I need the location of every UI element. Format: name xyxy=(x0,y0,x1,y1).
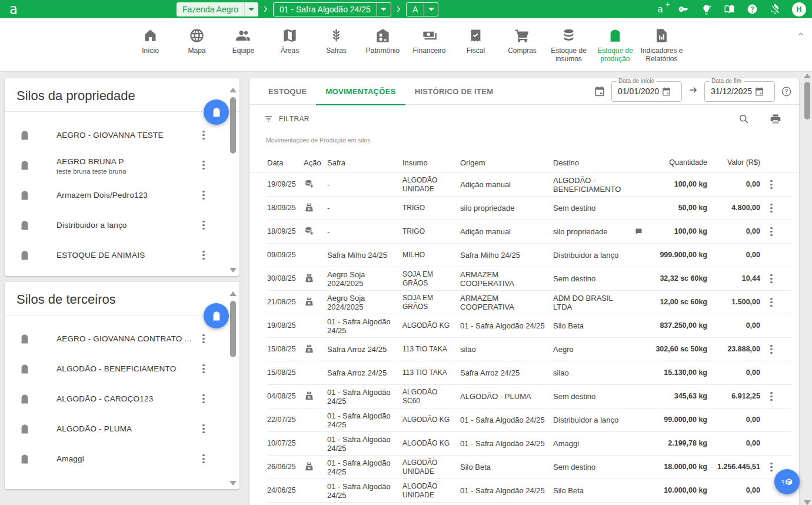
row-menu-button[interactable] xyxy=(766,343,777,356)
silo-menu-button[interactable] xyxy=(198,219,209,232)
cell-quantidade: 15.130,00 kg xyxy=(652,368,713,377)
table-row[interactable]: 26/06/25 01 - Safra Algodão 24/25 ALGODÃ… xyxy=(267,456,792,479)
note-icon[interactable] xyxy=(634,227,652,236)
page-scrollbar[interactable] xyxy=(804,74,811,505)
key-icon[interactable] xyxy=(677,4,689,15)
silo-list-item[interactable]: ALGODÃO - BENEFICIAMENTO xyxy=(5,354,239,384)
scroll-thumb[interactable] xyxy=(230,97,236,154)
row-menu-button[interactable] xyxy=(766,296,777,309)
scroll-down-icon[interactable] xyxy=(229,481,237,486)
sidebar-scrollbar[interactable] xyxy=(229,291,237,486)
scroll-up-icon[interactable] xyxy=(229,88,237,92)
scroll-up-icon[interactable] xyxy=(229,291,237,296)
table-row[interactable]: 09/09/25 Safra Milho 24/25 MILHO Safra M… xyxy=(267,244,792,267)
table-row[interactable]: 19/09/25 - ALGODÃO UNIDADE Adição manual… xyxy=(267,173,792,197)
silo-menu-button[interactable] xyxy=(198,249,209,262)
silo-list-item[interactable]: AEGRO BRUNA P teste bruna teste bruna xyxy=(5,150,239,180)
scroll-thumb[interactable] xyxy=(230,301,236,357)
referral-icon[interactable]: a+ xyxy=(654,4,666,15)
table-row[interactable]: 15/08/25 Safra Arroz 24/25 113 TIO TAKA … xyxy=(267,338,792,361)
chevron-down-icon[interactable] xyxy=(424,3,438,16)
help-icon[interactable] xyxy=(746,4,758,15)
silo-list-item[interactable]: ESTOQUE DE ANIMAIS xyxy=(5,240,239,270)
user-avatar[interactable]: H xyxy=(792,2,806,16)
row-menu-button[interactable] xyxy=(766,225,777,238)
tab[interactable]: MOVIMENTAÇÕES xyxy=(316,78,405,105)
tips-lightbulb-icon[interactable] xyxy=(700,4,712,15)
date-end-input[interactable] xyxy=(711,87,754,96)
aegro-logo[interactable]: a xyxy=(1,1,26,18)
table-row[interactable]: 04/08/25 01 - Safra Algodão 24/25 ALGODÃ… xyxy=(267,385,792,408)
cell-data: 15/08/25 xyxy=(267,345,304,354)
tab[interactable]: HISTÓRICO DE ITEM xyxy=(405,78,503,105)
date-start-field[interactable]: Data de início xyxy=(611,81,682,102)
silo-menu-button[interactable] xyxy=(198,453,209,466)
nav-item[interactable]: Financeiro xyxy=(407,26,451,55)
scroll-thumb[interactable] xyxy=(804,82,810,119)
search-icon[interactable] xyxy=(738,113,750,125)
silo-list-item[interactable]: Amaggi xyxy=(5,444,239,474)
silo-menu-button[interactable] xyxy=(198,189,209,202)
scroll-up-icon[interactable] xyxy=(804,74,811,78)
add-third-party-silo-button[interactable] xyxy=(204,303,229,328)
scroll-down-icon[interactable] xyxy=(804,500,811,505)
harvest-selector[interactable]: 01 - Safra Algodão 24/25 xyxy=(273,2,391,16)
silo-menu-button[interactable] xyxy=(198,333,209,345)
table-row[interactable]: 30/08/25 Aegro Soja 2024/2025 SOJA EM GR… xyxy=(267,267,792,291)
silo-list-item[interactable]: AEGRO - GIOVANNA CONTRATO ... xyxy=(5,324,239,354)
silo-menu-button[interactable] xyxy=(198,363,209,376)
silo-list-item[interactable]: AEGRO - GIOVANNA TESTE xyxy=(5,120,239,150)
row-menu-button[interactable] xyxy=(766,390,777,403)
new-movement-button[interactable] xyxy=(774,469,800,494)
silo-icon xyxy=(19,393,31,405)
table-row[interactable]: 24/06/25 01 - Safra Algodão 24/25 ALGODÃ… xyxy=(267,479,792,503)
nav-item[interactable]: Fiscal xyxy=(454,26,498,55)
table-row[interactable]: 18/09/25 - TRIGO silo propriedade Sem de… xyxy=(267,197,792,220)
scroll-down-icon[interactable] xyxy=(229,268,237,273)
nav-item[interactable]: Indicadores e Relatórios xyxy=(640,26,684,63)
collapse-nav-icon[interactable] xyxy=(797,30,805,41)
nav-item[interactable]: Áreas xyxy=(268,26,312,55)
row-menu-button[interactable] xyxy=(766,273,777,285)
silo-list-item[interactable]: Distribuidor a lanço xyxy=(5,210,239,240)
help-icon[interactable] xyxy=(781,86,792,97)
chevron-down-icon[interactable] xyxy=(377,3,391,16)
knowledge-book-icon[interactable] xyxy=(723,4,735,15)
nav-item[interactable]: Estoque de produção xyxy=(593,26,637,63)
field-selector[interactable]: A xyxy=(406,2,438,16)
nav-item[interactable]: Início xyxy=(128,26,172,55)
silo-list-item[interactable]: ALGODÃO - CAROÇO123 xyxy=(5,384,239,414)
farm-selector[interactable]: Fazenda Aegro xyxy=(177,2,258,16)
table-row[interactable]: 21/08/25 Aegro Soja 2024/2025 SOJA EM GR… xyxy=(267,291,792,314)
sidebar-scrollbar[interactable] xyxy=(229,88,237,273)
table-row[interactable]: 10/07/25 01 - Safra Algodão 24/25 ALGODÃ… xyxy=(267,432,792,456)
nav-item[interactable]: Mapa xyxy=(175,26,219,55)
table-row[interactable]: 18/09/25 - TRIGO Adição manual silo prop… xyxy=(267,220,792,244)
silo-list-item[interactable]: Armazem Dois/Pedro123 xyxy=(5,180,239,210)
tab[interactable]: ESTOQUE xyxy=(259,78,316,105)
nav-item[interactable]: Patrimônio xyxy=(361,26,405,55)
date-start-input[interactable] xyxy=(618,87,661,96)
table-row[interactable]: 22/07/25 01 - Safra Algodão 24/25 ALGODÃ… xyxy=(267,408,792,432)
nav-item[interactable]: Safras xyxy=(314,26,358,55)
date-end-field[interactable]: Data de fim xyxy=(704,81,775,102)
row-menu-button[interactable] xyxy=(766,461,777,474)
nav-item[interactable]: Equipe xyxy=(221,26,265,55)
row-menu-button[interactable] xyxy=(766,178,777,191)
table-row[interactable]: 15/08/25 Safra Arroz 24/25 113 TIO TAKA … xyxy=(267,361,792,385)
nav-item[interactable]: Compras xyxy=(500,26,544,55)
silo-menu-button[interactable] xyxy=(198,423,209,436)
silo-list-item[interactable]: ALGODÃO - PLUMA xyxy=(5,414,239,444)
filter-button[interactable]: FILTRAR xyxy=(264,114,310,124)
silo-menu-button[interactable] xyxy=(198,393,209,406)
chevron-down-icon[interactable] xyxy=(244,2,258,16)
row-menu-button[interactable] xyxy=(766,202,777,215)
calendar-icon[interactable] xyxy=(594,85,605,97)
table-row[interactable]: 19/08/25 01 - Safra Algodão 24/25 ALGODÃ… xyxy=(267,314,792,338)
print-icon[interactable] xyxy=(770,113,781,125)
notifications-off-icon[interactable] xyxy=(769,4,781,15)
silo-menu-button[interactable] xyxy=(198,129,209,142)
nav-item[interactable]: Estoque de insumos xyxy=(547,26,591,63)
silo-menu-button[interactable] xyxy=(198,159,209,172)
add-property-silo-button[interactable] xyxy=(204,99,229,125)
